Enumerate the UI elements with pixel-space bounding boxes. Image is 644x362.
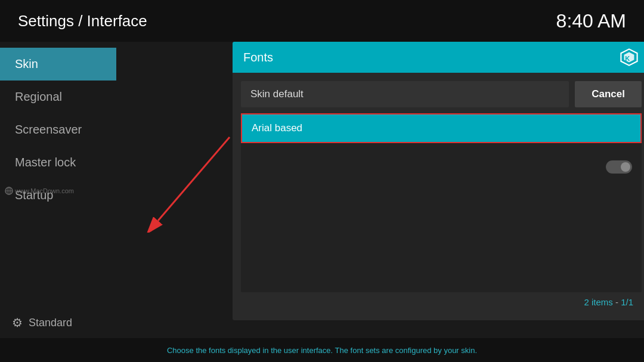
kodi-logo: K (619, 47, 639, 67)
page-title: Settings / Interface (18, 12, 147, 30)
watermark: www.MacDown.com (5, 187, 74, 195)
skin-default-option[interactable]: Skin default (241, 81, 569, 107)
fonts-dialog-body: Skin default Cancel Arial based 2 items … (233, 73, 644, 320)
main-layout: Skin Regional Screensaver Master lock St… (0, 42, 644, 338)
fonts-dialog-header: Fonts K (233, 42, 644, 73)
gear-icon: ⚙ (12, 315, 23, 330)
toggle-switch[interactable] (606, 160, 632, 174)
cancel-button[interactable]: Cancel (575, 81, 642, 107)
header: Settings / Interface 8:40 AM (0, 0, 644, 42)
sidebar-item-master-lock[interactable]: Master lock (0, 146, 116, 179)
svg-line-4 (158, 137, 230, 221)
fonts-dialog: Fonts K Skin default Cancel (233, 42, 644, 320)
sidebar-bottom[interactable]: ⚙ Standard (0, 307, 116, 338)
sidebar-item-skin[interactable]: Skin (0, 48, 116, 81)
fonts-dialog-title: Fonts (243, 51, 273, 64)
fonts-list-item-arial[interactable]: Arial based (241, 113, 642, 143)
svg-text:K: K (625, 55, 630, 62)
content-area: Fonts K Skin default Cancel (116, 42, 525, 338)
fonts-skin-row: Skin default Cancel (241, 81, 642, 107)
status-text: Choose the fonts displayed in the user i… (167, 346, 477, 355)
fonts-list: Arial based (241, 113, 642, 292)
sidebar-item-regional[interactable]: Regional (0, 81, 116, 113)
sidebar-item-startup[interactable]: Startup (0, 179, 116, 212)
fonts-count: 2 items - 1/1 (241, 292, 642, 312)
arrow-annotation (146, 125, 242, 235)
clock: 8:40 AM (556, 10, 626, 32)
status-bar: Choose the fonts displayed in the user i… (0, 338, 644, 362)
sidebar-item-screensaver[interactable]: Screensaver (0, 113, 116, 146)
